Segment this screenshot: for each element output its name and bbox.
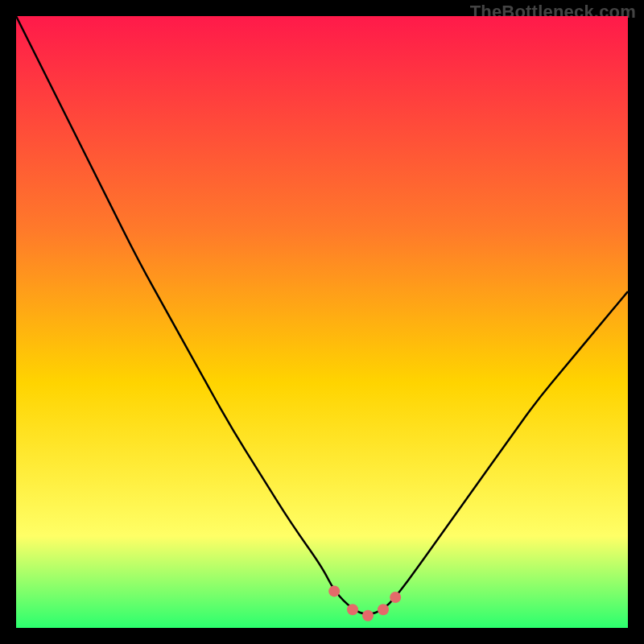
marker-left-inner bbox=[347, 604, 358, 615]
marker-valley-min bbox=[362, 610, 374, 621]
marker-right-inner bbox=[378, 604, 389, 615]
chart-frame: TheBottleneck.com bbox=[0, 0, 644, 644]
plot-area bbox=[16, 16, 628, 628]
chart-svg bbox=[16, 16, 628, 628]
marker-right-shoulder bbox=[390, 592, 401, 603]
marker-left-shoulder bbox=[328, 585, 340, 597]
gradient-background bbox=[16, 16, 628, 628]
